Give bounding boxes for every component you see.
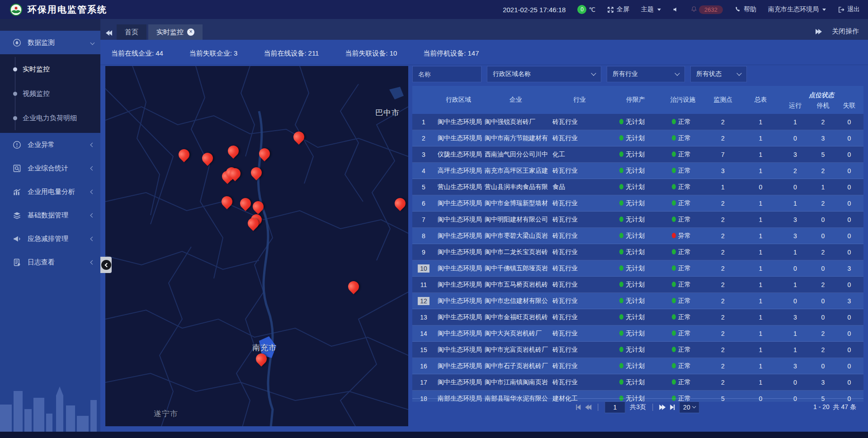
table-row[interactable]: 9阆中生态环境局阆中市二龙长宝页岩砖砖瓦行业无计划正常21120 bbox=[412, 244, 863, 260]
chevron-down-icon bbox=[657, 9, 661, 11]
cell-offline: 0 bbox=[835, 135, 863, 142]
chevron-down-icon bbox=[90, 40, 95, 45]
sidebar-group-2[interactable]: 企业异常 bbox=[0, 133, 100, 156]
record-range-label: 1 - 20 共 47 条 bbox=[813, 403, 856, 411]
table-row[interactable]: 15阆中生态环境局阆中市光富页岩机砖厂砖瓦行业无计划正常21120 bbox=[412, 342, 863, 358]
sidebar-group-6[interactable]: 应急减排管理 bbox=[0, 227, 100, 250]
sidebar-item[interactable]: 视频监控 bbox=[0, 81, 100, 106]
sidebar-group-7[interactable]: 日志查看 bbox=[0, 250, 100, 274]
status-filter-select[interactable]: 所有状态 bbox=[690, 66, 747, 82]
cell-region: 仪陇生态环境局 bbox=[435, 151, 482, 159]
speaker-icon bbox=[673, 6, 679, 13]
industry-filter-select[interactable]: 所有行业 bbox=[607, 66, 685, 82]
mute-button[interactable] bbox=[673, 6, 679, 13]
cell-total-meters: 1 bbox=[742, 346, 779, 353]
sidebar-item[interactable]: 实时监控 bbox=[0, 57, 100, 81]
status-dot-icon bbox=[672, 217, 676, 222]
tab-home[interactable]: 首页 bbox=[117, 24, 146, 40]
fullscreen-button[interactable]: 全屏 bbox=[607, 5, 629, 14]
page-input[interactable]: 1 bbox=[604, 401, 625, 413]
tab-realtime-monitor[interactable]: 实时监控 × bbox=[148, 24, 203, 40]
table-row[interactable]: 2阆中生态环境局阆中市南方节能建材有砖瓦行业无计划正常21030 bbox=[412, 130, 863, 146]
cell-running: 3 bbox=[779, 216, 811, 223]
cell-offline: 0 bbox=[835, 200, 863, 207]
table-row[interactable]: 1阆中生态环境局阆中强锐页岩砖厂砖瓦行业无计划正常21120 bbox=[412, 114, 863, 130]
alarm-badge[interactable]: 2632 bbox=[691, 5, 723, 14]
cell-stopped: 0 bbox=[811, 216, 835, 223]
table-row[interactable]: 3仪陇生态环境局西南油气田分公司川中化工无计划正常71350 bbox=[412, 146, 863, 163]
table-header-subcell: 运行 bbox=[779, 102, 811, 113]
help-button[interactable]: 帮助 bbox=[735, 5, 756, 14]
cell-total-meters: 1 bbox=[742, 330, 779, 337]
row-index: 6 bbox=[412, 199, 435, 207]
table-row[interactable]: 12阆中生态环境局阆中市忠信建材有限公砖瓦行业无计划正常21003 bbox=[412, 293, 863, 309]
status-dot-icon bbox=[672, 265, 676, 271]
prev-page-button[interactable] bbox=[585, 405, 591, 410]
cell-running: 1 bbox=[779, 281, 811, 288]
cell-region: 阆中生态环境局 bbox=[435, 264, 482, 273]
sidebar-item[interactable]: 企业电力负荷明细 bbox=[0, 106, 100, 130]
cell-offline: 0 bbox=[835, 330, 863, 337]
table-row[interactable]: 16阆中生态环境局阆中市石子页岩机砖厂砖瓦行业无计划正常21300 bbox=[412, 358, 863, 374]
table-row[interactable]: 14阆中生态环境局阆中大兴页岩机砖厂砖瓦行业无计划正常21120 bbox=[412, 325, 863, 342]
table-header-subcell: 停机 bbox=[811, 102, 835, 113]
cell-industry: 砖瓦行业 bbox=[550, 216, 609, 224]
table-row[interactable]: 5营山生态环境局营山县润丰肉食品有限食品无计划正常10010 bbox=[412, 179, 863, 195]
submenu-dot-icon bbox=[13, 67, 17, 71]
row-index: 15 bbox=[412, 346, 435, 354]
table-row[interactable]: 17阆中生态环境局阆中市江南镇阆南页岩砖瓦行业无计划正常21030 bbox=[412, 374, 863, 391]
sidebar-group-label: 企业用电量分析 bbox=[28, 188, 91, 196]
table-row[interactable]: 11阆中生态环境局阆中市五马桥页岩机砖砖瓦行业无计划正常21120 bbox=[412, 277, 863, 293]
first-page-button[interactable] bbox=[576, 405, 580, 410]
close-operations-button[interactable]: 关闭操作 bbox=[832, 27, 859, 36]
page-title: 环保用电监管系统 bbox=[28, 4, 107, 16]
stats-bar: 当前在线企业:44当前失联企业:3当前在线设备:211当前失联设备:10当前停机… bbox=[100, 40, 868, 65]
tabs-scroll-left-button[interactable] bbox=[106, 30, 112, 36]
last-page-button[interactable] bbox=[670, 405, 675, 410]
sidebar-group-1[interactable]: 数据监测 bbox=[0, 31, 100, 54]
page-size-select[interactable]: 20 bbox=[679, 401, 700, 413]
cell-stop-plan: 无计划 bbox=[609, 346, 662, 354]
theme-dropdown[interactable]: 主题 bbox=[641, 5, 661, 14]
chevron-down-icon bbox=[736, 71, 741, 75]
sidebar-group-4[interactable]: 企业用电量分析 bbox=[0, 180, 100, 203]
cell-stop-plan: 无计划 bbox=[609, 378, 662, 386]
table-row[interactable]: 13阆中生态环境局阆中市金福旺页岩机砖砖瓦行业无计划正常21300 bbox=[412, 309, 863, 325]
sidebar-group-3[interactable]: 企业综合统计 bbox=[0, 156, 100, 180]
cell-facility-status: 正常 bbox=[662, 118, 704, 126]
table-row[interactable]: 7阆中生态环境局阆中明阳建材有限公司砖瓦行业无计划正常21300 bbox=[412, 212, 863, 228]
sidebar-submenu: 实时监控视频监控企业电力负荷明细 bbox=[0, 54, 100, 133]
region-filter-select[interactable]: 行政区域名称 bbox=[487, 66, 601, 82]
cell-stopped: 1 bbox=[811, 184, 835, 191]
cell-industry: 化工 bbox=[550, 151, 609, 159]
cell-stopped: 2 bbox=[811, 200, 835, 207]
tab-bar: 首页 实时监控 × 关闭操作 bbox=[100, 19, 868, 40]
org-dropdown[interactable]: 南充市生态环境局 bbox=[768, 5, 826, 14]
close-tab-icon[interactable]: × bbox=[187, 28, 194, 36]
enterprise-stats-icon bbox=[13, 164, 21, 173]
stat-label: 当前失联设备: bbox=[345, 49, 387, 57]
logout-button[interactable]: 退出 bbox=[838, 5, 860, 14]
sidebar-group-5[interactable]: 基础数据管理 bbox=[0, 203, 100, 227]
tabs-scroll-right-button[interactable] bbox=[816, 29, 822, 34]
map-collapse-button[interactable] bbox=[100, 257, 112, 273]
cell-enterprise: 阆中千佛镇五郎垭页岩 bbox=[482, 264, 550, 273]
cell-running: 1 bbox=[779, 330, 811, 337]
status-dot-icon bbox=[619, 330, 623, 336]
cell-stop-plan: 无计划 bbox=[609, 264, 662, 273]
next-page-button[interactable] bbox=[659, 405, 665, 410]
table-row[interactable]: 10阆中生态环境局阆中千佛镇五郎垭页岩砖瓦行业无计划正常21003 bbox=[412, 260, 863, 277]
status-dot-icon bbox=[619, 379, 623, 385]
table-row[interactable]: 6阆中生态环境局阆中市金博瑞新型墙材砖瓦行业无计划正常21120 bbox=[412, 195, 863, 212]
cell-industry: 砖瓦行业 bbox=[550, 118, 609, 126]
name-filter-input[interactable] bbox=[412, 66, 481, 82]
cell-monitor-points: 3 bbox=[704, 167, 742, 174]
cell-running: 0 bbox=[779, 184, 811, 191]
cell-facility-status: 正常 bbox=[662, 281, 704, 289]
cell-monitor-points: 2 bbox=[704, 249, 742, 256]
map-panel[interactable]: 巴中市南充市遂宁市 bbox=[105, 66, 408, 426]
chevron-down-icon bbox=[692, 405, 696, 408]
cell-total-meters: 0 bbox=[742, 184, 779, 191]
table-row[interactable]: 8阆中生态环境局阆中市枣碧大梁山页岩砖瓦行业无计划异常21300 bbox=[412, 228, 863, 244]
table-row[interactable]: 4高坪生态环境局南充市高坪区王家店建砖瓦行业无计划正常31220 bbox=[412, 163, 863, 179]
